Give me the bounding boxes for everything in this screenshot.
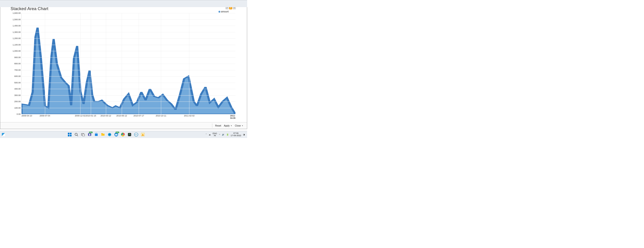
search-icon[interactable]: [74, 132, 79, 137]
task-view-icon[interactable]: [80, 132, 86, 137]
x-tick-label: 2010-10-11: [156, 114, 166, 117]
svg-point-4: [75, 133, 77, 136]
legend-label: amount: [221, 10, 228, 13]
svg-text:DELL: DELL: [135, 134, 138, 135]
x-tick-label: 2010-03-12: [101, 114, 111, 117]
y-tick-label: 0.00: [16, 113, 21, 115]
volume-icon[interactable]: 🔊: [222, 134, 224, 136]
y-tick-label: 700.00: [14, 69, 21, 71]
y-tick-label: 800.00: [14, 62, 21, 65]
y-tick-label: 1,600.00: [12, 12, 21, 14]
y-tick-label: 200.00: [14, 100, 21, 103]
caret-down-icon: ▼: [242, 125, 243, 127]
focus-icon[interactable]: ◑: [243, 134, 245, 136]
close-dropdown-button[interactable]: Close▼: [234, 123, 244, 128]
gridline-h: [22, 101, 236, 102]
x-tick-label: 2009-12-02: [75, 114, 86, 117]
x-tick-label: 2011-04-06: [230, 114, 236, 119]
x-tick-label: 2011-02-02: [184, 114, 194, 117]
teams-icon[interactable]: [87, 132, 92, 137]
svg-rect-2: [68, 135, 70, 136]
x-tick-label: 2010-05-12: [116, 114, 127, 117]
gridline-h: [22, 45, 236, 45]
gridline-h: [22, 26, 236, 26]
y-tick-label: 1,100.00: [12, 44, 21, 46]
gridline-h: [22, 57, 236, 58]
svg-rect-10: [89, 135, 90, 136]
svg-rect-1: [70, 133, 72, 134]
svg-point-9: [89, 134, 90, 135]
gridline-v: [161, 13, 161, 114]
y-tick-label: 600.00: [14, 75, 21, 77]
chart-plot[interactable]: 0.00100.00200.00300.00400.00500.00600.00…: [21, 13, 236, 114]
taskbar-tray: ˄ ☁ ENG IN ⌔ 🔊 🔋 07:06 17-09-2022 ◑: [206, 132, 247, 137]
y-tick-label: 500.00: [14, 81, 21, 84]
start-button[interactable]: [67, 132, 72, 137]
app-icon-1[interactable]: [127, 132, 132, 137]
y-tick-label: 900.00: [14, 56, 21, 59]
clock[interactable]: 07:06 17-09-2022: [231, 132, 241, 137]
caret-down-icon: ▼: [231, 125, 232, 127]
area-series: [22, 28, 236, 114]
gridline-v: [139, 13, 139, 114]
x-tick-label: 2009-07-04: [40, 114, 50, 117]
taskbar: [0, 0, 247, 7]
y-tick-label: 1,200.00: [12, 37, 21, 40]
widgets-icon: [2, 133, 5, 136]
taskbar: DELL ˄ ☁ ENG IN ⌔ 🔊 🔋 07:06 17-09-2022 ◑: [0, 131, 247, 138]
gridline-h: [22, 32, 236, 32]
warning-app-icon[interactable]: [140, 132, 145, 137]
store-icon[interactable]: [94, 132, 99, 137]
dell-icon[interactable]: DELL: [134, 132, 139, 137]
mail-icon[interactable]: [114, 132, 119, 137]
apply-button[interactable]: Apply▼: [222, 123, 234, 128]
app-window: JavaScript Stacked Area Chart — ❐ ✕ Stac…: [0, 0, 247, 129]
onedrive-icon[interactable]: ☁: [209, 134, 211, 136]
chart-area: Stacked Area Chart ⤢ ! ≡ amount 0.00100.…: [0, 4, 247, 122]
svg-rect-14: [101, 133, 103, 134]
gridline-h: [22, 95, 236, 95]
taskbar-widgets[interactable]: [0, 133, 7, 136]
x-tick-label: 2010-07-17: [134, 114, 144, 117]
y-tick-label: 400.00: [14, 88, 21, 90]
svg-rect-3: [70, 135, 72, 136]
x-tick-label: 2009-04-10: [22, 114, 32, 117]
gridline-v: [106, 13, 106, 114]
gridline-h: [22, 20, 236, 20]
gridline-v: [80, 13, 80, 114]
gridline-h: [22, 38, 236, 39]
svg-rect-13: [101, 134, 104, 136]
svg-rect-0: [68, 133, 70, 134]
gridline-v: [91, 13, 91, 114]
x-tick-label: 2010-01-15: [86, 114, 96, 117]
gridline-h: [22, 76, 236, 76]
legend-marker-icon: [218, 11, 220, 13]
chrome-icon[interactable]: [120, 132, 126, 137]
svg-rect-7: [82, 134, 84, 136]
gridline-h: [22, 83, 236, 83]
separator: [212, 123, 212, 128]
y-tick-label: 1,500.00: [12, 18, 21, 21]
edge-icon[interactable]: [107, 132, 112, 137]
bottom-bar: Reset Apply▼ Close▼: [0, 122, 247, 129]
battery-icon[interactable]: 🔋: [226, 134, 229, 136]
gridline-h: [22, 89, 236, 89]
explorer-icon[interactable]: [100, 132, 106, 137]
chart-legend[interactable]: amount: [218, 10, 228, 13]
y-tick-label: 1,300.00: [12, 31, 21, 33]
tray-chevron-icon[interactable]: ˄: [206, 134, 207, 136]
gridline-h: [22, 13, 236, 13]
y-tick-label: 100.00: [14, 107, 21, 109]
gridline-v: [122, 13, 122, 114]
y-tick-label: 300.00: [14, 94, 21, 96]
language-indicator[interactable]: ENG IN: [212, 133, 217, 137]
y-tick-label: 1,400.00: [12, 25, 21, 27]
gridline-h: [22, 64, 236, 64]
gridline-v: [45, 13, 45, 114]
wifi-icon[interactable]: ⌔: [219, 134, 220, 136]
y-tick-label: 1,000.00: [12, 50, 21, 52]
taskbar-center: DELL: [7, 132, 206, 137]
gridline-h: [22, 108, 236, 108]
svg-line-5: [77, 135, 78, 136]
reset-button[interactable]: Reset: [214, 123, 222, 128]
